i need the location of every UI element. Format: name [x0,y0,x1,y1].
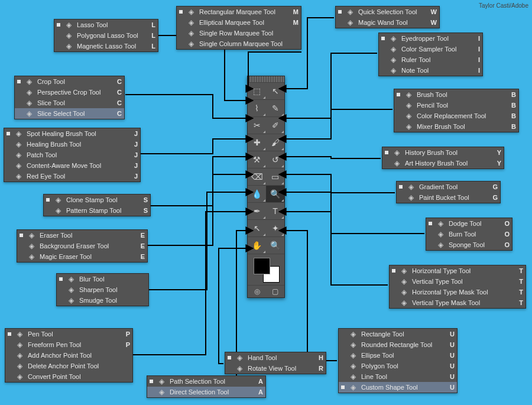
tool-row-marquee-3[interactable]: ◈Single Column Marquee Tool [177,38,301,49]
foreground-color-swatch[interactable] [254,258,270,274]
tool-row-lasso-1[interactable]: ◈Polygonal Lasso ToolL [54,30,158,41]
tool-row-history-1[interactable]: ◈Art History Brush ToolY [382,158,504,169]
tool-row-brush-3[interactable]: ◈Mixer Brush ToolB [394,121,518,132]
tool-row-shape-0[interactable]: ◈Rectangle ToolU [339,329,457,339]
tool-row-pen-1[interactable]: ◈Freeform Pen ToolP [5,339,132,350]
tool-row-eraser-1[interactable]: ◈Background Eraser ToolE [17,241,147,251]
toolbox-grip[interactable] [248,76,284,82]
tool-row-dodge-1[interactable]: ◈Burn ToolO [426,229,512,239]
tool-row-pen-2[interactable]: ◈Add Anchor Point Tool [5,350,132,361]
tool-row-crop-3[interactable]: ◈Slice Select ToolC [15,108,124,119]
tool-row-marquee-1[interactable]: ◈Elliptical Marquee ToolM [177,17,301,28]
toolslot-path[interactable]: ↖ [248,219,266,236]
tool-row-quickselect-0[interactable]: ◈Quick Selection ToolW [336,7,439,17]
tool-label: Single Column Marquee Tool [199,40,289,47]
magic-eraser-icon: ◈ [27,252,36,261]
tool-row-lasso-0[interactable]: ◈Lasso ToolL [54,20,158,30]
tool-row-crop-1[interactable]: ◈Perspective Crop ToolC [15,87,124,98]
toolslot-history[interactable]: ↺ [266,151,284,168]
tool-row-crop-0[interactable]: ◈Crop ToolC [15,76,124,87]
tool-row-type-2[interactable]: ◈Horizontal Type Mask ToolT [390,287,525,297]
toolslot-pen[interactable]: ✒ [248,202,266,219]
wand-icon: ◈ [345,18,355,27]
tool-row-hand-1[interactable]: ◈Rotate View ToolR [225,363,326,374]
brush-icon: ◈ [404,90,413,99]
tool-row-brush-0[interactable]: ◈Brush ToolB [394,89,518,100]
active-dot [381,37,385,40]
tool-row-blur-2[interactable]: ◈Smudge Tool [57,295,148,306]
tool-row-blur-1[interactable]: ◈Sharpen Tool [57,284,148,295]
tool-row-shape-2[interactable]: ◈Ellipse ToolU [339,350,457,361]
tool-row-marquee-0[interactable]: ◈Rectangular Marquee ToolM [177,7,301,17]
toolslot-crop[interactable]: ✂ [248,116,266,134]
htype-mask-icon: ◈ [399,287,408,297]
tool-row-type-1[interactable]: ◈Vertical Type ToolT [390,276,525,287]
tool-row-eyedropper-3[interactable]: ◈Note ToolI [379,65,482,76]
tool-row-type-3[interactable]: ◈Vertical Type Mask ToolT [390,297,525,308]
tool-row-healing-3[interactable]: ◈Content-Aware Move ToolJ [4,160,140,171]
tool-row-marquee-2[interactable]: ◈Single Row Marquee Tool [177,28,301,38]
tool-label: Background Eraser Tool [40,242,135,250]
toolslot-dodge[interactable]: 🔍 [266,185,284,202]
tool-row-healing-4[interactable]: ◈Red Eye ToolJ [4,171,140,182]
tool-row-pen-4[interactable]: ◈Convert Point Tool [5,371,132,382]
toolslot-eyedropper[interactable]: ✐ [266,116,284,134]
toolslot-stamp[interactable]: ⚒ [248,151,266,168]
tool-row-path-0[interactable]: ◈Path Selection ToolA [147,376,265,387]
toolslot-healing[interactable]: ✚ [248,134,266,151]
tool-row-eraser-2[interactable]: ◈Magic Eraser ToolE [17,251,147,262]
tool-row-pen-3[interactable]: ◈Delete Anchor Point Tool [5,361,132,371]
tool-row-gradient-0[interactable]: ◈Gradient ToolG [397,182,500,192]
tool-row-eyedropper-0[interactable]: ◈Eyedropper ToolI [379,33,482,44]
toolslot-blur[interactable]: 💧 [248,185,266,202]
tool-row-crop-2[interactable]: ◈Slice ToolC [15,98,124,108]
tool-row-type-0[interactable]: ◈Horizontal Type ToolT [390,265,525,276]
tool-row-shape-5[interactable]: ◈Custom Shape ToolU [339,382,457,393]
toolslot-lasso[interactable]: ⌇ [248,99,266,116]
tool-row-eyedropper-2[interactable]: ◈Ruler ToolI [379,54,482,65]
tool-row-lasso-2[interactable]: ◈Magnetic Lasso ToolL [54,41,158,51]
pencil-icon: ◈ [404,101,413,110]
tool-row-stamp-0[interactable]: ◈Clone Stamp ToolS [44,195,150,205]
tool-row-history-0[interactable]: ◈History Brush ToolY [382,147,504,158]
toolslot-marquee[interactable]: ⬚ [248,82,266,99]
tool-row-dodge-2[interactable]: ◈Sponge ToolO [426,239,512,250]
tool-label: Crop Tool [37,78,112,85]
flyout-indicator [281,182,284,184]
tool-row-blur-0[interactable]: ◈Blur Tool [57,274,148,284]
tool-row-pen-0[interactable]: ◈Pen ToolP [5,329,132,339]
toolslot-shape[interactable]: ✦ [266,219,284,236]
toolslot-brush[interactable]: 🖌 [266,134,284,151]
tool-row-shape-4[interactable]: ◈Line ToolU [339,371,457,382]
tool-row-healing-1[interactable]: ◈Healing Brush ToolJ [4,139,140,150]
tool-row-eyedropper-1[interactable]: ◈Color Sampler ToolI [379,44,482,54]
toolslot-move[interactable]: ↖ [266,82,284,99]
tool-row-shape-3[interactable]: ◈Polygon ToolU [339,361,457,371]
tool-row-path-1[interactable]: ◈Direct Selection ToolA [147,387,265,397]
toolslot-type[interactable]: T [266,202,284,219]
flyout-indicator [263,148,265,150]
toolslot-eraser[interactable]: ⌫ [248,168,266,185]
tool-row-eraser-0[interactable]: ◈Eraser ToolE [17,230,147,241]
tool-row-hand-0[interactable]: ◈Hand ToolH [225,352,326,363]
tool-row-gradient-1[interactable]: ◈Paint Bucket ToolG [397,192,500,203]
shortcut-key: G [488,194,498,201]
tool-row-shape-1[interactable]: ◈Rounded Rectangle ToolU [339,339,457,350]
tool-row-healing-0[interactable]: ◈Spot Healing Brush ToolJ [4,128,140,139]
toolslot-zoom[interactable]: 🔍 [266,236,284,254]
toolslot-gradient[interactable]: ▭ [266,168,284,185]
tool-row-stamp-1[interactable]: ◈Pattern Stamp ToolS [44,205,150,216]
color-swatches[interactable] [248,254,284,285]
tool-row-dodge-0[interactable]: ◈Dodge ToolO [426,218,512,229]
quickmask-icon[interactable]: ◎ [248,286,266,297]
tool-label: Ruler Tool [401,56,471,63]
tool-row-healing-2[interactable]: ◈Patch ToolJ [4,150,140,160]
tool-row-brush-2[interactable]: ◈Color Replacement ToolB [394,111,518,121]
tool-row-brush-1[interactable]: ◈Pencil ToolB [394,100,518,111]
toolslot-hand[interactable]: ✋ [248,236,266,254]
screenmode-icon[interactable]: ▢ [266,286,284,297]
spot-heal-icon: ◈ [14,129,23,138]
toolslot-quickselect[interactable]: ✎ [266,99,284,116]
tool-label: Polygon Tool [361,362,445,370]
tool-row-quickselect-1[interactable]: ◈Magic Wand ToolW [336,17,439,28]
